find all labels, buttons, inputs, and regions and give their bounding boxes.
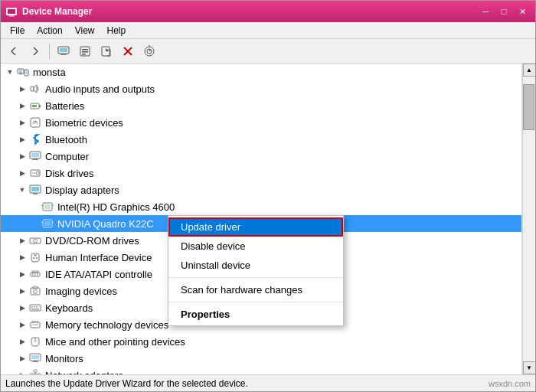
scroll-up-button[interactable]: ▲	[523, 64, 536, 77]
svg-rect-37	[34, 193, 37, 194]
tree-monitors[interactable]: ▶ Monitors	[1, 350, 521, 367]
menu-action[interactable]: Action	[31, 24, 68, 38]
tree-computer[interactable]: ▶ Computer	[1, 148, 521, 165]
hid-expand[interactable]: ▶	[16, 251, 28, 263]
network-label: Network adapters	[45, 370, 123, 375]
tree-disk[interactable]: ▶ Disk drives	[1, 165, 521, 181]
svg-rect-45	[41, 222, 43, 223]
update-driver-button[interactable]	[96, 42, 116, 60]
bluetooth-expand[interactable]: ▶	[16, 133, 28, 145]
ide-expand[interactable]: ▶	[16, 268, 28, 280]
svg-rect-9	[82, 49, 88, 51]
svg-rect-76	[32, 361, 38, 362]
context-update-driver[interactable]: Update driver	[168, 217, 343, 237]
mice-icon	[28, 335, 42, 348]
mice-label: Mice and other pointing devices	[45, 336, 185, 348]
scroll-track[interactable]	[523, 77, 535, 361]
svg-rect-19	[19, 70, 22, 73]
context-disable-device[interactable]: Disable device	[168, 237, 343, 256]
computer-expand[interactable]: ▶	[16, 150, 28, 162]
device-manager-icon-button[interactable]	[54, 42, 74, 60]
svg-rect-36	[31, 187, 39, 191]
imaging-expand[interactable]: ▶	[16, 285, 28, 297]
svg-rect-5	[60, 48, 67, 52]
biometric-label: Biometric devices	[45, 117, 123, 129]
audio-icon	[28, 82, 42, 96]
scroll-thumb[interactable]	[523, 84, 534, 130]
properties-button[interactable]	[75, 42, 95, 60]
title-bar: Device Manager ─ □ ✕	[1, 1, 535, 22]
memory-expand[interactable]: ▶	[16, 318, 28, 331]
disk-icon	[28, 166, 42, 180]
scan-button[interactable]	[139, 42, 159, 60]
computer-label: Computer	[45, 151, 89, 162]
ide-label: IDE ATA/ATAPI controlle	[45, 269, 152, 280]
keyboards-label: Keyboards	[45, 302, 93, 314]
maximize-button[interactable]: □	[495, 5, 512, 18]
svg-rect-30	[33, 158, 38, 159]
title-bar-left: Device Manager	[5, 5, 92, 18]
root-expand[interactable]: ▼	[4, 66, 16, 78]
svg-point-60	[34, 291, 36, 292]
tree-intel-gpu[interactable]: ▶ Intel(R) HD Graphics 4600	[1, 198, 521, 215]
imaging-label: Imaging devices	[45, 286, 117, 297]
tree-display[interactable]: ▼ Display adapters	[1, 181, 521, 198]
batteries-expand[interactable]: ▶	[16, 100, 28, 112]
svg-point-51	[36, 257, 38, 259]
tree-audio[interactable]: ▶ Audio inputs and outputs	[1, 80, 521, 97]
dvd-label: DVD/CD-ROM drives	[45, 235, 139, 247]
context-scan-hardware[interactable]: Scan for hardware changes	[168, 280, 343, 299]
biometric-expand[interactable]: ▶	[16, 116, 28, 129]
svg-rect-74	[31, 355, 39, 359]
svg-rect-54	[32, 273, 34, 276]
svg-rect-53	[32, 271, 38, 273]
memory-icon	[28, 318, 42, 332]
svg-rect-1	[8, 9, 15, 14]
svg-rect-64	[36, 306, 38, 308]
audio-expand[interactable]: ▶	[16, 83, 28, 95]
menu-help[interactable]: Help	[101, 24, 132, 38]
hid-icon	[28, 250, 42, 264]
tree-network[interactable]: ▶ Network adapters	[1, 367, 521, 374]
context-properties[interactable]: Properties	[168, 305, 343, 324]
svg-rect-44	[44, 221, 51, 226]
menu-bar: File Action View Help	[1, 22, 535, 39]
monitors-expand[interactable]: ▶	[16, 352, 28, 364]
minimize-button[interactable]: ─	[477, 5, 494, 18]
delete-button[interactable]	[118, 42, 138, 60]
svg-rect-77	[34, 370, 37, 372]
close-button[interactable]: ✕	[514, 5, 531, 18]
menu-view[interactable]: View	[69, 24, 101, 38]
svg-rect-11	[82, 54, 86, 55]
tree-root[interactable]: ▼ monsta	[1, 64, 521, 80]
svg-point-50	[33, 257, 34, 259]
network-expand[interactable]: ▶	[16, 369, 28, 374]
tree-biometric[interactable]: ▶ Biometric devices	[1, 114, 521, 131]
scroll-down-button[interactable]: ▼	[523, 361, 536, 374]
tree-panel[interactable]: ▼ monsta ▶	[1, 64, 522, 374]
keyboards-expand[interactable]: ▶	[16, 302, 28, 314]
context-menu: Update driver Disable device Uninstall d…	[168, 215, 344, 326]
tree-bluetooth[interactable]: ▶ Bluetooth	[1, 131, 521, 148]
vertical-scrollbar[interactable]: ▲ ▼	[522, 64, 535, 374]
svg-rect-21	[25, 70, 28, 74]
svg-rect-75	[34, 361, 37, 361]
svg-rect-38	[33, 194, 38, 194]
monitors-label: Monitors	[45, 353, 83, 364]
status-bar: Launches the Update Driver Wizard for th…	[1, 374, 535, 391]
back-button[interactable]	[4, 42, 24, 60]
mice-expand[interactable]: ▶	[16, 335, 28, 348]
display-expand[interactable]: ▼	[16, 184, 28, 196]
context-uninstall-device[interactable]: Uninstall device	[168, 256, 343, 275]
dvd-icon	[28, 234, 42, 247]
dvd-expand[interactable]: ▶	[16, 234, 28, 247]
tree-batteries[interactable]: ▶ Batteries	[1, 97, 521, 114]
intel-gpu-label: Intel(R) HD Graphics 4600	[57, 201, 175, 213]
tree-mice[interactable]: ▶ Mice and other pointing devices	[1, 333, 521, 350]
menu-file[interactable]: File	[4, 24, 31, 38]
disk-expand[interactable]: ▶	[16, 167, 28, 179]
svg-point-72	[34, 340, 37, 342]
svg-rect-65	[31, 309, 39, 310]
svg-rect-34	[32, 172, 36, 174]
forward-button[interactable]	[25, 42, 45, 60]
